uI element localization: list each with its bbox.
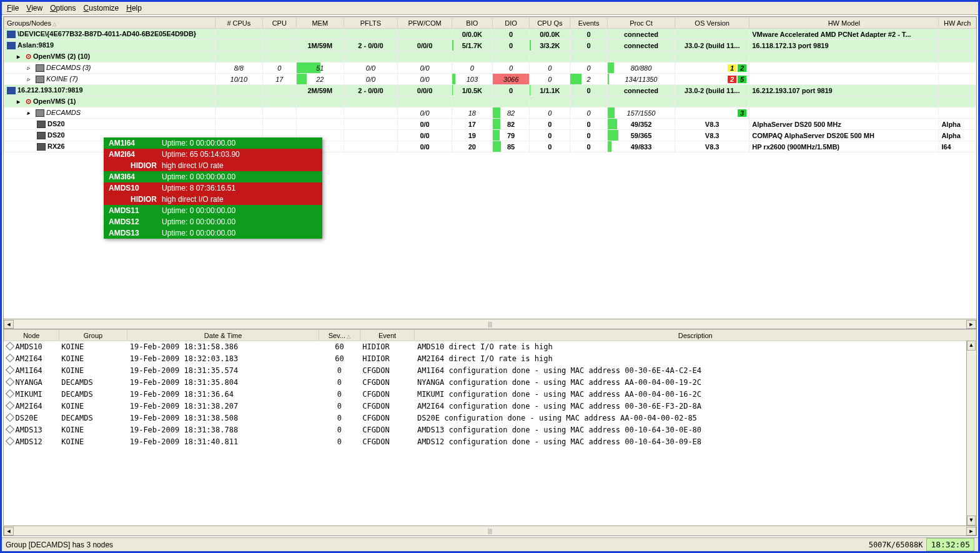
badge-green: 3 (738, 109, 746, 117)
table-row[interactable]: ▸⊙OpenVMS (1) (4, 96, 976, 107)
group-icon (36, 64, 44, 72)
col-os-version[interactable]: OS Version (675, 17, 750, 29)
event-icon (5, 437, 14, 446)
scroll-right-icon[interactable]: ► (966, 527, 976, 536)
scroll-right-icon[interactable]: ► (966, 320, 976, 329)
row-label: 16.212.193.107:9819 (17, 86, 83, 94)
status-text: Group [DECAMDS] has 3 nodes (6, 541, 113, 549)
row-label: DS20 (47, 131, 65, 139)
events-scrollbar-v[interactable]: ▲ ▼ (966, 341, 976, 526)
col-hw-model[interactable]: HW Model (750, 17, 939, 29)
menu-file[interactable]: File (7, 4, 19, 12)
event-icon (5, 413, 14, 422)
col-proc-ct[interactable]: Proc Ct (607, 17, 675, 29)
event-row[interactable]: AM2I64KOINE19-Feb-2009 18:31:38.2070CFGD… (4, 401, 976, 412)
groups-nodes-pane: Groups/Nodes# CPUsCPUMEMPFLTSPFW/COMBIOD… (4, 17, 976, 329)
col-pfw-com[interactable]: PFW/COM (398, 17, 452, 29)
table-row[interactable]: \DEVICE\{4E677B32-B87D-4011-AD40-6B2E05E… (4, 29, 976, 40)
events-scrollbar-h[interactable]: ◄ ||| ► (4, 526, 976, 536)
row-label: DECAMDS (46, 109, 81, 116)
table-row[interactable]: ▸DECAMDS0/0188200157/15503 (4, 107, 976, 119)
tooltip-row: AM3I64Uptime: 0 00:00:00.00 (104, 171, 322, 182)
scroll-left-icon[interactable]: ◄ (4, 320, 14, 329)
event-row[interactable]: AM2I64KOINE19-Feb-2009 18:32:03.18360HID… (4, 353, 976, 365)
tree-toggle-icon[interactable]: ▸ (17, 98, 24, 105)
tooltip-row: HIDIORhigh direct I/O rate (104, 194, 322, 205)
col-bio[interactable]: BIO (452, 17, 492, 29)
event-row[interactable]: NYANGADECAMDS19-Feb-2009 18:31:35.8040CF… (4, 377, 976, 389)
col-groups-nodes[interactable]: Groups/Nodes (4, 17, 215, 29)
row-label: OpenVMS (2) (10) (33, 52, 90, 60)
col-hw-arch[interactable]: HW Arch (939, 17, 976, 29)
server-icon (7, 87, 16, 94)
table-row[interactable]: DS200/017820049/352V8.3AlphaServer DS20 … (4, 119, 976, 130)
menu-options[interactable]: Options (50, 4, 76, 12)
scroll-up-icon[interactable]: ▲ (967, 341, 976, 351)
groups-nodes-table[interactable]: Groups/Nodes# CPUsCPUMEMPFLTSPFW/COMBIOD… (4, 17, 976, 152)
event-icon (5, 389, 14, 398)
ev-col-description[interactable]: Description (415, 330, 976, 341)
tree-toggle-icon[interactable]: ▸ (17, 53, 24, 60)
col--cpus[interactable]: # CPUs (215, 17, 262, 29)
col-events[interactable]: Events (570, 17, 608, 29)
event-row[interactable]: AM1I64KOINE19-Feb-2009 18:31:35.5740CFGD… (4, 365, 976, 377)
badge-green: 2 (738, 64, 746, 72)
table-row[interactable]: 16.212.193.107:98192M/59M2 - 0/0/00/0/01… (4, 85, 976, 96)
status-bar: Group [DECAMDS] has 3 nodes 5007K/65088K… (2, 537, 978, 551)
tooltip-row: AMDS12Uptime: 0 00:00:00.00 (104, 216, 322, 227)
event-row[interactable]: AMDS10KOINE19-Feb-2009 18:31:58.38660HID… (4, 341, 976, 353)
menu-help[interactable]: Help (126, 4, 142, 12)
table-row[interactable]: ▹DECAMDS (3)8/80510/00/0000080/88012 (4, 62, 976, 74)
tooltip-row: HIDIORhigh direct I/O rate (104, 160, 322, 171)
tooltip-row: AMDS10Uptime: 8 07:36:16.51 (104, 182, 322, 194)
col-cpu-qs[interactable]: CPU Qs (530, 17, 570, 29)
col-pflts[interactable]: PFLTS (344, 17, 398, 29)
events-table[interactable]: NodeGroupDate & TimeSev...EventDescripti… (4, 329, 976, 448)
upper-scrollbar-h[interactable]: ◄ ||| ► (4, 319, 976, 329)
badge-green: 5 (738, 76, 746, 83)
event-row[interactable]: AMDS13KOINE19-Feb-2009 18:31:38.7880CFGD… (4, 424, 976, 436)
tooltip-row: AM1I64Uptime: 0 00:00:00.00 (104, 137, 322, 149)
server-icon (7, 42, 16, 49)
row-label: RX26 (47, 142, 65, 150)
tooltip-row: AM2I64Uptime: 65 05:14:03.90 (104, 149, 322, 160)
group-icon (36, 76, 44, 83)
event-row[interactable]: AMDS12KOINE19-Feb-2009 18:31:40.8110CFGD… (4, 436, 976, 448)
row-label: Aslan:9819 (17, 41, 54, 49)
ev-col-event[interactable]: Event (360, 330, 415, 341)
tree-toggle-icon[interactable]: ▸ (27, 109, 34, 116)
ev-col-node[interactable]: Node (4, 330, 59, 341)
ev-col-sev-[interactable]: Sev... (319, 330, 360, 341)
table-row[interactable]: ▸⊙OpenVMS (2) (10) (4, 51, 976, 62)
col-mem[interactable]: MEM (296, 17, 344, 29)
table-row[interactable]: Aslan:98191M/59M2 - 0/0/00/0/05/1.7K03/3… (4, 40, 976, 51)
group-icon (36, 109, 44, 117)
menu-customize[interactable]: Customize (84, 4, 119, 12)
event-icon (5, 377, 14, 386)
ev-col-group[interactable]: Group (59, 330, 127, 341)
badge-red: 2 (728, 76, 736, 83)
tree-toggle-icon[interactable]: ▹ (27, 64, 34, 71)
openvms-icon: ⊙ (26, 97, 31, 105)
host-icon (37, 143, 46, 151)
table-row[interactable]: ▹KOINE (7)10/1017220/00/0103306602134/11… (4, 74, 976, 85)
row-label: DECAMDS (3) (46, 64, 91, 71)
row-label: DS20 (47, 120, 65, 127)
main-pane: Groups/Nodes# CPUsCPUMEMPFLTSPFW/COMBIOD… (3, 16, 977, 536)
event-row[interactable]: DS20EDECAMDS19-Feb-2009 18:31:38.5080CFG… (4, 412, 976, 424)
event-icon (5, 342, 14, 351)
tooltip-row: AMDS11Uptime: 0 00:00:00.00 (104, 205, 322, 216)
col-cpu[interactable]: CPU (262, 17, 296, 29)
col-dio[interactable]: DIO (492, 17, 530, 29)
menubar: File View Options Customize Help (2, 2, 978, 15)
host-icon (37, 121, 46, 128)
row-label: OpenVMS (1) (33, 97, 76, 105)
scroll-down-icon[interactable]: ▼ (967, 516, 976, 526)
scroll-left-icon[interactable]: ◄ (4, 527, 14, 536)
tree-toggle-icon[interactable]: ▹ (27, 76, 34, 82)
menu-view[interactable]: View (26, 4, 42, 12)
event-icon (5, 401, 14, 410)
badge-yellow: 1 (728, 64, 736, 72)
event-row[interactable]: MIKUMIDECAMDS19-Feb-2009 18:31:36.640CFG… (4, 389, 976, 401)
ev-col-date-time[interactable]: Date & Time (127, 330, 319, 341)
